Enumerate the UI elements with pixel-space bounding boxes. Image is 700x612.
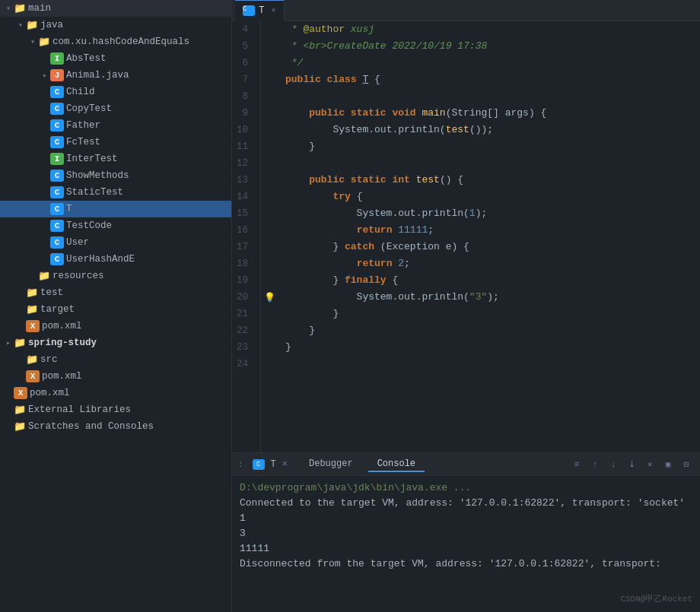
sidebar-item-java[interactable]: ▾📁java: [0, 17, 231, 33]
sidebar-item-pom-spring[interactable]: Xpom.xml: [0, 368, 231, 385]
sidebar-item-Child[interactable]: CChild: [0, 84, 231, 100]
sidebar-item-AbsTest[interactable]: IAbsTest: [0, 50, 231, 67]
close-icon[interactable]: ×: [272, 7, 276, 15]
toolbar-btn-7[interactable]: ⊟: [679, 457, 694, 472]
sidebar-item-UserHashAndE[interactable]: CUserHashAndE: [0, 251, 231, 268]
line-numbers: 45−6▶78▶910−111213−141516−1718−1920−2122…: [232, 21, 261, 452]
line-number-7: ▶7: [232, 71, 254, 88]
line-number-4: 4: [232, 21, 254, 38]
sidebar-item-target[interactable]: 📁target: [0, 301, 231, 318]
sidebar-item-ext-lib[interactable]: 📁External Libraries: [0, 401, 231, 418]
sidebar-item-Animal[interactable]: ▸JAnimal.java: [0, 67, 231, 84]
gutter-24: [261, 356, 278, 373]
sidebar-item-ShowMethods[interactable]: CShowMethods: [0, 167, 231, 184]
panel-class-icon: C: [253, 459, 265, 470]
sidebar-item-com-xu[interactable]: ▾📁com.xu.hashCodeAndEquals: [0, 33, 231, 50]
sidebar-item-resources[interactable]: 📁resources: [0, 268, 231, 284]
sidebar-item-User[interactable]: CUser: [0, 234, 231, 251]
tree-label-pom-xml: pom.xml: [42, 321, 82, 331]
sidebar-item-TestCode[interactable]: CTestCode: [0, 217, 231, 234]
toolbar-btn-6[interactable]: ▣: [660, 457, 676, 472]
tree-label-resources: resources: [52, 271, 104, 281]
code-line-6: */: [285, 55, 700, 71]
class-c-icon: C: [50, 236, 64, 249]
sidebar-item-T[interactable]: CT: [0, 201, 231, 217]
tree-label-src-spring: src: [40, 354, 58, 365]
project-tree[interactable]: ▾📁main▾📁java▾📁com.xu.hashCodeAndEqualsIA…: [0, 0, 232, 612]
class-c-icon: C: [50, 203, 64, 215]
code-line-19: } finally {: [285, 272, 700, 289]
code-line-9: public static void main(String[] args) {: [285, 105, 700, 122]
folder-icon: 📁: [14, 2, 26, 14]
line-number-17: −17: [232, 239, 254, 255]
sidebar-item-CopyTest[interactable]: CCopyTest: [0, 100, 231, 117]
sidebar-item-StaticTest[interactable]: CStaticTest: [0, 184, 231, 201]
sidebar-item-main[interactable]: ▾📁main: [0, 0, 231, 17]
folder-icon: 📁: [26, 354, 38, 366]
line-number-22: 22: [232, 322, 254, 339]
line-number-16: 16: [232, 222, 254, 239]
sidebar-item-scratches[interactable]: 📁Scratches and Consoles: [0, 418, 231, 435]
sidebar-item-spring-study[interactable]: ▸📁spring-study: [0, 335, 231, 351]
tree-label-Child: Child: [66, 87, 95, 97]
console-line-3: 3: [240, 526, 692, 541]
folder-icon: 📁: [14, 420, 26, 433]
folder-icon: 📁: [26, 287, 38, 299]
console-line-1: Connected to the target VM, address: '12…: [240, 496, 692, 511]
sidebar-item-InterTest[interactable]: IInterTest: [0, 151, 231, 167]
gutter-17: [261, 239, 278, 255]
line-number-19: −19: [232, 272, 254, 289]
gutter-11: [261, 138, 278, 155]
xml-icon: X: [26, 370, 40, 382]
sidebar-item-src-spring[interactable]: 📁src: [0, 351, 231, 368]
tree-label-main: main: [28, 3, 51, 14]
code-line-7: public class T {: [285, 71, 700, 88]
tree-arrow: ▸: [40, 71, 50, 80]
toolbar-btn-3[interactable]: ↓: [606, 457, 621, 472]
tree-label-ShowMethods: ShowMethods: [66, 170, 129, 181]
xml-icon: X: [26, 320, 40, 332]
line-number-18: 18: [232, 255, 254, 272]
tree-label-T: T: [66, 204, 72, 214]
gutter-21: [261, 306, 278, 322]
sidebar-item-pom-xml[interactable]: Xpom.xml: [0, 318, 231, 335]
tree-label-InterTest: InterTest: [66, 154, 118, 164]
sidebar-item-Father[interactable]: CFather: [0, 117, 231, 134]
folder-icon: 📁: [14, 404, 26, 416]
panel-toolbar: ≡ ↑ ↓ ⤓ ✕ ▣ ⊟: [569, 457, 694, 472]
panel-tab-debugger[interactable]: Debugger: [300, 457, 362, 472]
file-tab-bar: C T ×: [232, 0, 700, 21]
sidebar-item-test[interactable]: 📁test: [0, 284, 231, 301]
panel-file-label: T: [271, 459, 276, 470]
gutter-7: [261, 71, 278, 88]
gutter-5: [261, 38, 278, 55]
gutter-20: 💡: [261, 289, 278, 306]
line-number-9: ▶9: [232, 105, 254, 122]
tree-label-scratches: Scratches and Consoles: [28, 421, 154, 432]
tree-label-pom-root: pom.xml: [30, 388, 70, 398]
gutter-14: [261, 189, 278, 205]
gutter-18: [261, 255, 278, 272]
panel-tab-console[interactable]: Console: [368, 457, 425, 472]
toolbar-btn-1[interactable]: ≡: [569, 457, 584, 472]
tree-arrow: ▾: [27, 37, 38, 46]
code-line-23: }: [285, 339, 700, 356]
panel-close[interactable]: ×: [282, 459, 288, 470]
folder-icon: 📁: [26, 303, 38, 316]
toolbar-btn-4[interactable]: ⤓: [624, 457, 639, 472]
code-line-22: }: [285, 322, 700, 339]
line-number-20: 20: [232, 289, 254, 306]
toolbar-btn-2[interactable]: ↑: [587, 457, 603, 472]
code-content: * @author xusj * <br>CreateDate 2022/10/…: [278, 21, 700, 452]
sidebar-item-pom-root[interactable]: Xpom.xml: [0, 385, 231, 401]
tree-label-TestCode: TestCode: [66, 220, 112, 231]
bulb-icon[interactable]: 💡: [264, 292, 275, 303]
code-editor[interactable]: 45−6▶78▶910−111213−141516−1718−1920−2122…: [232, 21, 700, 452]
tree-arrow: ▾: [15, 21, 26, 30]
file-tab-T[interactable]: C T ×: [235, 0, 285, 21]
sidebar-item-FcTest[interactable]: CFcTest: [0, 134, 231, 151]
tree-label-test: test: [40, 287, 63, 298]
toolbar-btn-5[interactable]: ✕: [642, 457, 657, 472]
code-line-20: System.out.println("3");: [285, 289, 700, 306]
class-i-icon: I: [50, 153, 64, 165]
